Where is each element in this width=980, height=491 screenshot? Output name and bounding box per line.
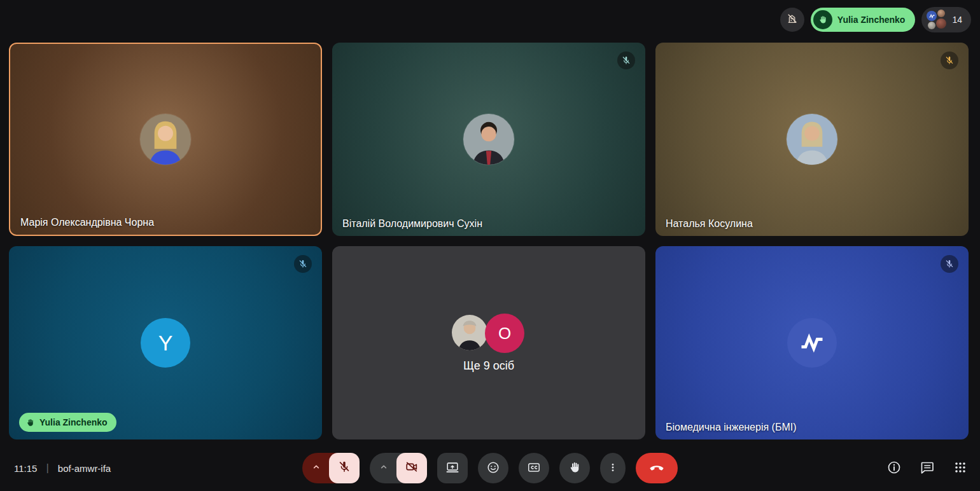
participant-name: Yulia Zinchenko: [39, 417, 108, 427]
chat-icon: [920, 460, 935, 478]
participant-tile-maria-chorna[interactable]: Марія Олександрівна Чорна: [9, 43, 322, 236]
mic-off-icon: [941, 52, 958, 69]
participants-count: 14: [952, 15, 962, 25]
participant-name: Наталья Косулина: [666, 218, 753, 230]
videocam-off-icon: [405, 460, 419, 476]
activities-button[interactable]: [952, 460, 969, 476]
avatar: [787, 114, 837, 165]
end-call-button[interactable]: [636, 453, 678, 483]
chat-button[interactable]: [919, 460, 935, 476]
avatar: [140, 114, 191, 165]
overflow-avatars: O: [452, 314, 526, 350]
smiley-icon: [486, 460, 500, 476]
raised-hand-participant-name: Yulia Zinchenko: [837, 15, 906, 25]
participant-tile-vitalii-sukhin[interactable]: Віталій Володимирович Сухін: [332, 43, 645, 236]
raise-hand-button[interactable]: [559, 453, 590, 483]
present-screen-icon: [445, 460, 459, 476]
raised-hand-icon: [568, 460, 582, 476]
participant-tile-natalia-kosulina[interactable]: Наталья Косулина: [655, 43, 969, 236]
overflow-letter-badge: O: [485, 314, 524, 353]
camera-toggle-button[interactable]: [396, 453, 427, 483]
mini-avatar: [928, 22, 935, 29]
participant-tile-yulia-zinchenko[interactable]: Y Yulia Zinchenko: [9, 246, 322, 439]
apps-grid-icon: [953, 460, 968, 478]
bottom-bar: 11:15 | bof-amwr-ifa: [0, 445, 980, 491]
chevron-up-icon: [377, 460, 390, 476]
participant-avatars-cluster: [927, 10, 947, 30]
raised-hand-icon: [25, 418, 35, 427]
participants-count-chip[interactable]: 14: [921, 7, 971, 32]
present-screen-button[interactable]: [437, 453, 468, 483]
participant-name: Віталій Володимирович Сухін: [342, 218, 482, 230]
clock-time: 11:15: [14, 463, 37, 474]
meeting-info: 11:15 | bof-amwr-ifa: [14, 445, 111, 491]
mic-off-icon: [294, 255, 312, 273]
reactions-button[interactable]: [478, 453, 508, 483]
vertical-dots-icon: [606, 461, 619, 476]
companion-mode-button[interactable]: [780, 8, 804, 32]
mic-off-icon: [941, 255, 958, 273]
meeting-code: bof-amwr-ifa: [58, 463, 111, 474]
participant-name: Марія Олександрівна Чорна: [20, 217, 154, 228]
mic-off-icon: [337, 460, 351, 476]
mini-avatar: [937, 10, 945, 17]
building-slash-icon: [786, 12, 799, 27]
avatar-initial: Y: [141, 318, 190, 368]
phone-down-icon: [649, 460, 664, 477]
call-controls: [302, 453, 678, 483]
mini-avatar-pulse-logo-icon: [927, 11, 937, 21]
raised-hand-notification-chip[interactable]: Yulia Zinchenko: [811, 8, 916, 32]
participant-tile-biomedical-engineering[interactable]: Біомедична інженерія (БМІ): [655, 246, 969, 439]
raised-hand-name-chip: Yulia Zinchenko: [19, 413, 116, 432]
captions-button[interactable]: [519, 453, 549, 483]
info-icon: [886, 460, 902, 478]
captions-icon: [527, 460, 541, 476]
more-options-button[interactable]: [600, 453, 626, 483]
camera-control: [370, 453, 427, 483]
avatar: [463, 114, 514, 165]
chevron-up-icon: [310, 460, 323, 476]
mic-off-icon: [617, 52, 635, 69]
participant-name: Біомедична інженерія (БМІ): [666, 422, 797, 433]
video-grid: Марія Олександрівна Чорна: [9, 43, 969, 439]
info-button[interactable]: [886, 460, 902, 476]
microphone-control: [302, 453, 360, 483]
mic-toggle-button[interactable]: [329, 453, 360, 483]
divider: |: [46, 462, 48, 474]
top-bar: Yulia Zinchenko 14: [0, 0, 971, 39]
panel-icons: [886, 445, 969, 491]
meet-call-window: Yulia Zinchenko 14: [0, 0, 980, 491]
avatar: [452, 315, 487, 350]
mini-avatar: [936, 18, 946, 29]
overflow-count-label: Ще 9 осіб: [332, 359, 645, 373]
raised-hand-icon: [813, 10, 832, 29]
overflow-participants-tile[interactable]: O Ще 9 осіб: [332, 246, 645, 439]
pulse-logo-icon: [787, 318, 837, 368]
